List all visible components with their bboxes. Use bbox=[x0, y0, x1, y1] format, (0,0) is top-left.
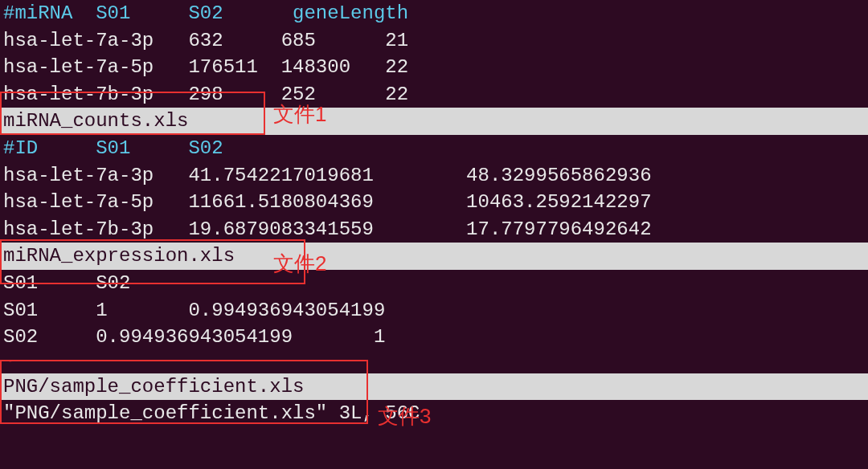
block1-header: #miRNA S01 S02 geneLength bbox=[0, 0, 868, 27]
block3-header: S01 S02 bbox=[0, 270, 868, 297]
block1-row-1: hsa-let-7a-5p 176511 148300 22 bbox=[0, 54, 868, 81]
block2-filename: miRNA_expression.xls bbox=[0, 243, 868, 270]
tilde-marker: ~ bbox=[0, 351, 868, 373]
block3-row-0: S01 1 0.994936943054199 bbox=[0, 297, 868, 324]
block2-row-0: hsa-let-7a-3p 41.7542217019681 48.329956… bbox=[0, 162, 868, 190]
block1-row-0: hsa-let-7a-3p 632 685 21 bbox=[0, 27, 868, 55]
block1-row-2: hsa-let-7b-3p 298 252 22 bbox=[0, 81, 868, 108]
vim-status-line: "PNG/sample_coefficient.xls" 3L, 56C bbox=[0, 400, 868, 427]
block2-header: #ID S01 S02 bbox=[0, 135, 868, 162]
block3-row-1: S02 0.994936943054199 1 bbox=[0, 324, 868, 351]
block2-row-2: hsa-let-7b-3p 19.6879083341559 17.779779… bbox=[0, 216, 868, 243]
block3-filename: PNG/sample_coefficient.xls bbox=[0, 373, 868, 401]
block2-row-1: hsa-let-7a-5p 11661.5180804369 10463.259… bbox=[0, 189, 868, 216]
block1-filename: miRNA_counts.xls bbox=[0, 108, 868, 135]
